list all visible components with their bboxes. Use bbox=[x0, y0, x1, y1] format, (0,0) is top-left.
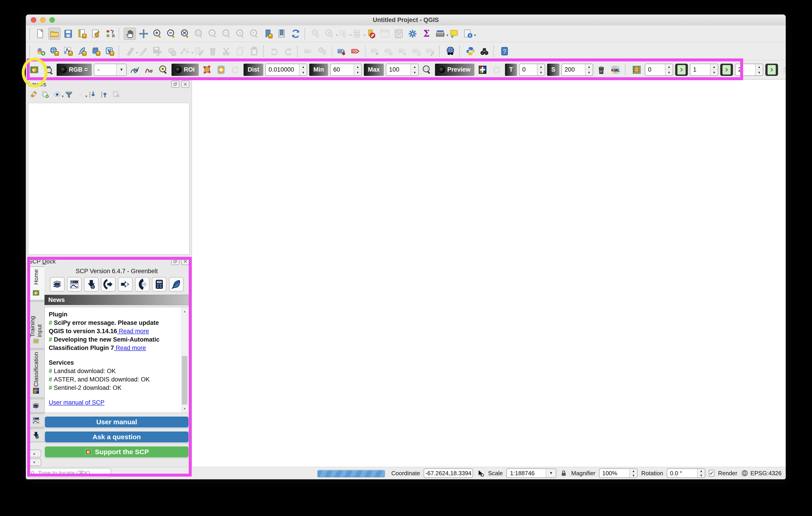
coordinate-field[interactable]: -67.2624,18.3394 bbox=[424, 468, 473, 478]
highlight-pinned-labels-icon[interactable]: abc bbox=[349, 45, 361, 57]
news-link[interactable]: User manual of SCP bbox=[49, 399, 105, 406]
max-value[interactable]: 100▲▼ bbox=[386, 64, 419, 76]
band-processing-button[interactable] bbox=[67, 277, 82, 292]
new-geopackage-layer-icon[interactable]: * bbox=[76, 45, 88, 57]
edit-value-1[interactable]: 1▲▼ bbox=[690, 64, 718, 76]
toolbar-drag-handle[interactable] bbox=[29, 46, 32, 57]
toolbar-drag-handle[interactable] bbox=[29, 28, 32, 39]
tab-band-processing[interactable] bbox=[27, 414, 45, 427]
scp-dock-float-button[interactable] bbox=[171, 258, 179, 265]
style-manager-icon[interactable]: a bbox=[104, 28, 116, 40]
zoom-full-icon[interactable] bbox=[179, 28, 191, 40]
postprocessing-button[interactable] bbox=[135, 277, 149, 292]
edit-raster-icon[interactable] bbox=[631, 64, 643, 76]
ask-a-question-button[interactable]: Ask a question bbox=[45, 431, 189, 443]
add-group-icon[interactable] bbox=[40, 90, 50, 99]
create-roi-polygon-icon[interactable] bbox=[201, 64, 213, 76]
s-value[interactable]: 200▲▼ bbox=[561, 64, 593, 76]
new-print-layout-icon[interactable]: * bbox=[76, 28, 88, 40]
open-project-icon[interactable] bbox=[48, 28, 60, 40]
news-scrollbar[interactable]: ▲ ▼ bbox=[181, 308, 188, 412]
metasearch-catalog-icon[interactable] bbox=[444, 45, 457, 57]
filter-legend-icon[interactable] bbox=[64, 90, 74, 99]
remove-temporary-layers-icon[interactable] bbox=[595, 64, 607, 76]
toolbar-drag-handle[interactable] bbox=[118, 28, 121, 39]
std-dev-stretch-icon[interactable]: σ bbox=[143, 64, 155, 76]
scp-tab-training-input[interactable]: Training input bbox=[27, 301, 45, 348]
user-manual-button[interactable]: User manual bbox=[45, 416, 189, 428]
scroll-down-arrow-icon[interactable]: ▼ bbox=[181, 405, 188, 412]
pan-to-selection-icon[interactable] bbox=[138, 28, 150, 40]
apply-edit-0[interactable] bbox=[675, 64, 688, 76]
new-spatial-bookmark-icon[interactable]: * bbox=[262, 28, 274, 40]
save-project-icon[interactable] bbox=[62, 28, 74, 40]
toolbar-drag-handle[interactable] bbox=[297, 46, 299, 57]
import-signatures-button[interactable] bbox=[101, 277, 116, 292]
zoom-to-preview-icon[interactable] bbox=[421, 64, 433, 76]
scroll-up-arrow-icon[interactable]: ▲ bbox=[181, 308, 188, 314]
open-data-source-manager-icon[interactable] bbox=[34, 45, 47, 57]
rgb-combo[interactable]: -▼ bbox=[94, 64, 127, 76]
edit-value-2[interactable]: 2▲▼ bbox=[735, 64, 763, 76]
rotation-spin[interactable]: 0.0 ° ▲▼ bbox=[667, 468, 705, 478]
lock-scale-icon[interactable] bbox=[560, 469, 568, 477]
toolbar-drag-handle[interactable] bbox=[439, 46, 441, 57]
scp-plugin-menu-icon[interactable] bbox=[28, 64, 40, 76]
map-canvas[interactable] bbox=[192, 79, 786, 467]
scp-dock-close-button[interactable] bbox=[181, 258, 190, 265]
tab-band-set[interactable] bbox=[27, 399, 45, 413]
toolbar-drag-handle[interactable] bbox=[263, 46, 265, 57]
toolbar-drag-handle[interactable] bbox=[493, 46, 496, 57]
toolbar-drag-handle[interactable] bbox=[459, 46, 462, 57]
map-tips-icon[interactable] bbox=[448, 28, 460, 40]
create-kml-icon[interactable]: KML bbox=[609, 64, 622, 76]
dist-value[interactable]: 0.010000▲▼ bbox=[265, 64, 307, 76]
toolbar-drag-handle[interactable] bbox=[625, 64, 627, 75]
add-vector-layer-icon[interactable]: * bbox=[48, 45, 60, 57]
open-layer-styling-icon[interactable] bbox=[29, 90, 38, 99]
show-spatial-bookmarks-icon[interactable] bbox=[276, 28, 288, 40]
statistical-summary-icon[interactable]: Σ bbox=[420, 28, 433, 40]
locator-search[interactable]: Type to locate (⌘K) bbox=[27, 468, 111, 478]
pin-unpin-labels-icon[interactable]: ab bbox=[336, 45, 348, 57]
layers-list-empty[interactable] bbox=[28, 103, 190, 254]
measure-line-icon[interactable]: ▾ bbox=[434, 28, 446, 40]
layers-close-button[interactable] bbox=[181, 81, 190, 88]
show-layout-manager-icon[interactable] bbox=[90, 28, 102, 40]
scp-tab-classification[interactable]: Classification bbox=[27, 349, 45, 398]
pan-map-icon[interactable] bbox=[124, 28, 136, 40]
scp-tab-home[interactable]: Home bbox=[27, 266, 45, 300]
tab-download-products[interactable] bbox=[27, 428, 45, 442]
cumulative-count-stretch-icon[interactable]: % bbox=[129, 64, 141, 76]
scp-bandset-tool-icon[interactable] bbox=[42, 64, 55, 76]
news-link[interactable]: Read more bbox=[117, 328, 149, 335]
support-the-scp-button[interactable]: Support the SCP bbox=[45, 446, 189, 458]
apply-edit-2[interactable] bbox=[765, 64, 778, 76]
magnifier-spin[interactable]: 100% ▲▼ bbox=[599, 468, 638, 478]
tabs-scroll-down-button[interactable]: ▼ bbox=[27, 458, 41, 466]
zoom-to-roi-icon[interactable] bbox=[157, 64, 170, 76]
layers-float-button[interactable] bbox=[171, 81, 179, 88]
zoom-in-icon[interactable] bbox=[151, 28, 164, 40]
new-temporary-scratch-layer-icon[interactable]: * bbox=[90, 45, 102, 57]
scrollbar-thumb[interactable] bbox=[182, 356, 187, 404]
preprocessing-button[interactable] bbox=[118, 277, 133, 292]
collapse-all-icon[interactable] bbox=[99, 90, 109, 99]
activate-preview-pointer-icon[interactable] bbox=[476, 64, 489, 76]
download-products-button[interactable] bbox=[84, 277, 98, 292]
activate-roi-pointer-icon[interactable] bbox=[215, 64, 227, 76]
new-virtual-layer-icon[interactable]: * bbox=[104, 45, 116, 57]
crs-globe-icon[interactable] bbox=[741, 469, 749, 477]
plugin-manager-icon[interactable] bbox=[478, 45, 491, 57]
zoom-out-icon[interactable] bbox=[165, 28, 177, 40]
expand-all-icon[interactable] bbox=[87, 90, 97, 99]
python-console-icon[interactable] bbox=[464, 45, 477, 57]
apply-edit-1[interactable] bbox=[720, 64, 733, 76]
scp-documentation-button[interactable] bbox=[169, 277, 183, 292]
band-set-button[interactable] bbox=[50, 277, 64, 292]
band-calc-button[interactable]: 1*2 bbox=[152, 277, 167, 292]
t-value[interactable]: 0▲▼ bbox=[519, 64, 545, 76]
processing-toolbox-icon[interactable] bbox=[406, 28, 419, 40]
edit-value-0[interactable]: 0▲▼ bbox=[645, 64, 673, 76]
help-contents-icon[interactable]: ? bbox=[498, 45, 511, 57]
